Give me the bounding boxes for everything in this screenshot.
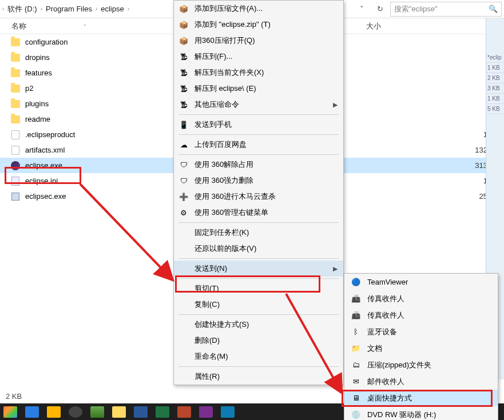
menu-item[interactable]: 剪切(T) [174, 281, 343, 297]
menu-item[interactable]: 创建快捷方式(S) [174, 317, 343, 333]
taskbar-app-icon[interactable] [199, 406, 213, 418]
search-icon: 🔍 [489, 5, 498, 13]
menu-item-label: 属性(R) [195, 371, 220, 382]
menu-item[interactable]: ⚙使用 360管理右键菜单 [174, 205, 343, 221]
archive-icon: 📦 [178, 3, 189, 14]
taskbar-app-icon[interactable] [25, 406, 39, 418]
menu-item[interactable]: 📦用360压缩打开(Q) [174, 33, 343, 49]
menu-item-label: 解压到当前文件夹(X) [195, 67, 264, 78]
submenu-item[interactable]: ✉邮件收件人 [344, 373, 498, 390]
menu-item-label: 发送到(N) [195, 263, 227, 274]
menu-separator [178, 366, 339, 367]
side-item: 1 KB [486, 94, 504, 104]
menu-separator [178, 314, 339, 315]
eclipse-icon [10, 161, 21, 171]
taskbar-ppt-icon[interactable] [177, 406, 191, 418]
menu-item[interactable]: 🗜解压到(F)... [174, 49, 343, 65]
submenu-arrow-icon: ▶ [333, 101, 338, 109]
taskbar-explorer-icon[interactable] [112, 406, 126, 418]
taskbar-word-icon[interactable] [134, 406, 148, 418]
taskbar-chrome-icon[interactable] [3, 406, 17, 418]
mail-icon: ✉ [350, 376, 362, 387]
refresh-button[interactable]: ↻ [372, 1, 388, 17]
extract-icon: 🗜 [178, 83, 189, 94]
submenu-item-label: 传真收件人 [367, 310, 404, 321]
submenu-item[interactable]: 💿DVD RW 驱动器 (H:) [344, 406, 498, 420]
fax-icon: 📠 [350, 310, 362, 321]
menu-item[interactable]: ☁上传到百度网盘 [174, 137, 343, 153]
menu-item[interactable]: 🗜解压到当前文件夹(X) [174, 65, 343, 81]
menu-item[interactable]: 🛡使用 360强力删除 [174, 173, 343, 189]
menu-item-label: 添加到压缩文件(A)... [195, 3, 263, 14]
submenu-item-label: 传真收件人 [367, 294, 404, 304]
breadcrumb-seg[interactable]: 软件 (D:) [7, 4, 37, 14]
folder-icon [10, 37, 21, 47]
context-menu[interactable]: 📦添加到压缩文件(A)...📦添加到 "eclipse.zip" (T)📦用36… [173, 0, 344, 385]
menu-separator [178, 222, 339, 223]
submenu-item[interactable]: 🖥桌面快捷方式 [344, 390, 498, 406]
search-input[interactable]: 搜索"eclipse" 🔍 [390, 2, 502, 17]
column-size[interactable]: 大小 [366, 21, 412, 31]
menu-item[interactable]: 还原以前的版本(V) [174, 241, 343, 257]
menu-item[interactable]: ➕使用 360进行木马云查杀 [174, 189, 343, 205]
menu-item-label: 上传到百度网盘 [195, 139, 247, 150]
submenu-item[interactable]: 📠传真收件人 [344, 307, 498, 323]
taskbar-qq-icon[interactable] [69, 406, 82, 418]
menu-item-label: 使用 360管理右键菜单 [195, 207, 268, 218]
submenu-item[interactable]: 📁文档 [344, 340, 498, 357]
menu-item[interactable]: 删除(D) [174, 333, 343, 349]
breadcrumb-seg[interactable]: eclipse [101, 5, 124, 13]
menu-item-label: 其他压缩命令 [195, 99, 239, 110]
breadcrumb-seg[interactable]: Program Files [46, 5, 92, 13]
submenu-arrow-icon: ▶ [333, 265, 338, 273]
submenu-item[interactable]: 🔵TeamViewer [344, 274, 498, 290]
bt-icon: ᛒ [350, 326, 362, 338]
menu-item[interactable]: 🗜其他压缩命令▶ [174, 97, 343, 113]
sendto-submenu[interactable]: 🔵TeamViewer📠传真收件人📠传真收件人ᛒ蓝牙设备📁文档🗂压缩(zippe… [344, 273, 498, 420]
menu-item-label: 使用 360解除占用 [195, 159, 253, 170]
menu-separator [178, 278, 339, 279]
taskbar-app-icon[interactable] [47, 406, 61, 418]
menu-item[interactable]: 📱发送到手机 [174, 117, 343, 133]
submenu-item[interactable]: 🗂压缩(zipped)文件夹 [344, 357, 498, 373]
submenu-item[interactable]: 📠传真收件人 [344, 290, 498, 307]
cloud-icon: ☁ [178, 139, 189, 150]
menu-item-label: 复制(C) [195, 299, 220, 310]
search-placeholder: 搜索"eclipse" [394, 4, 438, 14]
menu-item[interactable]: 📦添加到压缩文件(A)... [174, 1, 343, 17]
menu-item[interactable]: 🛡使用 360解除占用 [174, 157, 343, 173]
menu-item[interactable]: 属性(R) [174, 369, 343, 385]
file-icon [10, 176, 21, 186]
zip-icon: 🗂 [350, 359, 362, 371]
taskbar-wechat-icon[interactable] [90, 406, 104, 418]
menu-item[interactable]: 📦添加到 "eclipse.zip" (T) [174, 17, 343, 33]
menu-item-label: 解压到 eclipse\ (E) [195, 83, 256, 94]
shield1-icon: 🛡 [178, 175, 189, 186]
taskbar-excel-icon[interactable] [156, 406, 169, 418]
file-icon [10, 145, 21, 155]
menu-item[interactable]: 重命名(M) [174, 349, 343, 365]
menu-item-label: 剪切(T) [195, 283, 219, 294]
side-item: 2 KB [486, 73, 504, 83]
history-dropdown[interactable]: ˅ [354, 1, 370, 17]
submenu-item[interactable]: ᛒ蓝牙设备 [344, 323, 498, 340]
menu-item-label: 还原以前的版本(V) [195, 243, 256, 254]
menu-item[interactable]: 复制(C) [174, 297, 343, 313]
menu-item[interactable]: 发送到(N)▶ [174, 261, 343, 277]
menu-item[interactable]: 固定到任务栏(K) [174, 225, 343, 241]
side-item: *eclip [486, 53, 504, 63]
submenu-item-label: 邮件收件人 [367, 377, 404, 387]
extract-icon: 🗜 [178, 67, 189, 78]
folder-icon [10, 68, 21, 78]
column-name[interactable]: 名称˄ [11, 21, 172, 31]
menu-item[interactable]: 🗜解压到 eclipse\ (E) [174, 81, 343, 97]
menu-item-label: 删除(D) [195, 335, 220, 346]
menu-item-label: 使用 360进行木马云查杀 [195, 191, 276, 202]
shield3-icon: ⚙ [178, 207, 189, 218]
taskbar-app-icon[interactable] [221, 406, 235, 418]
archive-icon: 📦 [178, 35, 189, 46]
side-item: 5 KB [486, 104, 504, 114]
submenu-item-label: DVD RW 驱动器 (H:) [367, 410, 436, 420]
submenu-item-label: 蓝牙设备 [367, 327, 397, 337]
menu-item-label: 添加到 "eclipse.zip" (T) [195, 19, 271, 30]
